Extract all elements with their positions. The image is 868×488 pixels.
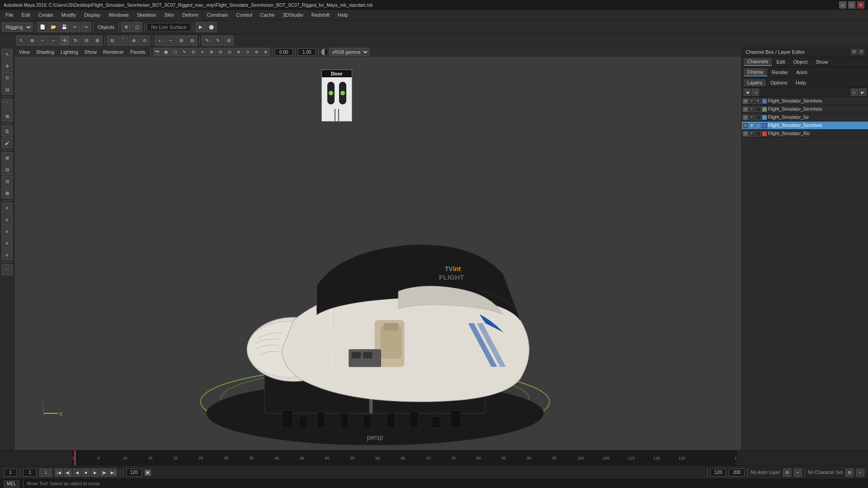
tab-edit[interactable]: Edit xyxy=(773,58,788,66)
menu-skin[interactable]: Skin xyxy=(161,11,178,19)
go-end-btn[interactable]: ▶| xyxy=(109,469,117,477)
curve-sidebar[interactable]: ⌒ xyxy=(2,99,13,110)
anim-settings-btn[interactable]: ⚙ xyxy=(783,469,791,477)
attr3-sidebar[interactable]: ≡ xyxy=(2,226,13,237)
layer-sidebar[interactable]: ☰ xyxy=(2,126,13,136)
layer-p-2[interactable]: P xyxy=(749,115,755,120)
menu-constrain[interactable]: Constrain xyxy=(203,11,231,19)
tool4[interactable]: ⊟ xyxy=(187,36,197,46)
menu-create[interactable]: Create xyxy=(35,11,57,19)
step-fwd-btn[interactable]: |▶ xyxy=(100,469,108,477)
paint-weights2[interactable]: ✎ xyxy=(213,36,223,46)
select-sidebar[interactable]: ↖ xyxy=(2,49,13,60)
end-frame3-input[interactable]: 200 xyxy=(729,469,745,477)
minus-icon[interactable]: ∽ xyxy=(165,36,175,46)
paint-weights[interactable]: ✎ xyxy=(202,36,212,46)
vp-btn5[interactable]: ⊟ xyxy=(217,48,225,56)
layer-row-2[interactable]: V P Flight_Simulator_Se xyxy=(742,113,868,122)
save-scene-button[interactable]: 💾 xyxy=(59,22,69,32)
gamma-select[interactable]: sRGB gamma xyxy=(329,48,369,56)
film-btn[interactable]: ▣ xyxy=(162,48,170,56)
layer-p-3[interactable]: P xyxy=(749,123,755,128)
vp-btn8[interactable]: ⊙ xyxy=(244,48,252,56)
mirror-weights[interactable]: ⊟ xyxy=(224,36,234,46)
panels-menu[interactable]: Panels xyxy=(127,48,148,56)
layer-vis-1[interactable]: V xyxy=(743,107,748,112)
menu-windows[interactable]: Windows xyxy=(105,11,132,19)
lighting-menu[interactable]: Lighting xyxy=(58,48,81,56)
layer-vis-2[interactable]: V xyxy=(743,115,748,120)
paint-tool[interactable]: ⌐ xyxy=(49,36,59,46)
menu-cache[interactable]: Cache xyxy=(257,11,278,19)
scale-tool[interactable]: ⊟ xyxy=(81,36,91,46)
layer-p-0[interactable]: P xyxy=(749,99,755,104)
char-btn2[interactable]: + xyxy=(856,469,864,477)
layer-p-1[interactable]: P xyxy=(749,107,755,112)
menu-redshift[interactable]: Redshift xyxy=(308,11,333,19)
render-region[interactable]: ▢ xyxy=(171,48,179,56)
layer-r-0[interactable]: R xyxy=(755,99,761,104)
rotate-sidebar[interactable]: ↻ xyxy=(2,72,13,83)
menu-skeleton[interactable]: Skeleton xyxy=(133,11,160,19)
attr4-sidebar[interactable]: ≡ xyxy=(2,238,13,249)
grid2-sidebar[interactable]: ⊟ xyxy=(2,164,13,175)
camera-btn[interactable]: 📷 xyxy=(153,48,161,56)
tab-layers[interactable]: Layers xyxy=(744,79,766,86)
tab-channels[interactable]: Channels xyxy=(744,58,772,66)
renderer-menu[interactable]: Renderer xyxy=(100,48,127,56)
start-frame-input[interactable]: 1 xyxy=(23,469,37,477)
tab-anim[interactable]: Anim xyxy=(793,69,811,76)
go-start-btn[interactable]: |◀ xyxy=(55,469,63,477)
scale-sidebar[interactable]: ⊟ xyxy=(2,84,13,95)
snap-surface[interactable]: ⊙ xyxy=(140,36,150,46)
vp-btn7[interactable]: ⊕ xyxy=(235,48,243,56)
tab-object[interactable]: Object xyxy=(789,58,811,66)
tab-render[interactable]: Render xyxy=(768,69,792,76)
panel-float-btn[interactable]: ⊟ xyxy=(851,49,857,55)
layer-r-2[interactable] xyxy=(755,115,761,120)
view-menu[interactable]: View xyxy=(16,48,33,56)
open-scene-button[interactable]: 📂 xyxy=(48,22,58,32)
layer-row-1[interactable]: V P Flight_Simulator_Sennheis xyxy=(742,105,868,113)
mode-select[interactable]: Rigging xyxy=(2,23,33,32)
layer-row-3[interactable]: V P Flight_Simulator_Sennheis xyxy=(742,122,868,130)
menu-3dstudio[interactable]: 3DStudio xyxy=(279,11,307,19)
play-back-btn[interactable]: ◀ xyxy=(73,469,81,477)
layer-vis-3[interactable]: V xyxy=(743,123,748,128)
vp-btn2[interactable]: ⊟ xyxy=(189,48,198,56)
layer-r-4[interactable] xyxy=(755,131,761,136)
snap-grid[interactable]: ⊟ xyxy=(107,36,117,46)
layer-p-4[interactable]: P xyxy=(749,131,755,136)
attr2-sidebar[interactable]: ≡ xyxy=(2,214,13,225)
layer-r-3[interactable] xyxy=(755,123,761,128)
minimize-button[interactable]: — xyxy=(839,1,846,9)
step-back-btn[interactable]: ◀| xyxy=(64,469,72,477)
layer-prev-btn[interactable]: ◀ xyxy=(744,89,751,96)
rotate-tool[interactable]: ↻ xyxy=(71,36,80,46)
timeline-ruler[interactable]: 1 5 10 15 20 25 30 35 40 45 50 55 60 65 … xyxy=(0,450,868,465)
undo-button[interactable]: ↩ xyxy=(70,22,80,32)
misc-sidebar[interactable]: ⋯ xyxy=(2,264,13,275)
snap-curve[interactable]: ⌒ xyxy=(118,36,128,46)
render-btn[interactable]: ▶ xyxy=(196,22,206,32)
close-button[interactable]: ✕ xyxy=(857,1,864,9)
layer-r-1[interactable] xyxy=(755,107,761,112)
menu-control[interactable]: Control xyxy=(232,11,255,19)
paint-sidebar[interactable]: 🖌 xyxy=(2,137,13,148)
current-frame-input[interactable]: 1 xyxy=(4,469,17,477)
new-scene-button[interactable]: 📄 xyxy=(38,22,47,32)
layer-row-0[interactable]: V P R Flight_Simulator_Sennheis xyxy=(742,97,868,105)
panel-close-btn[interactable]: ✕ xyxy=(858,49,864,55)
mesh-sidebar[interactable]: ⊞ xyxy=(2,111,13,122)
snap2-button[interactable]: ◫ xyxy=(132,22,142,32)
show-menu[interactable]: Show xyxy=(82,48,100,56)
transform-tool[interactable]: ⊞ xyxy=(92,36,102,46)
grid3-sidebar[interactable]: ⊟ xyxy=(2,176,13,187)
snap-point[interactable]: ⊕ xyxy=(129,36,139,46)
grid-sidebar[interactable]: ⊞ xyxy=(2,152,13,163)
mel-tab[interactable]: MEL xyxy=(4,480,19,488)
gamma-icon[interactable] xyxy=(321,48,328,56)
tab-options[interactable]: Options xyxy=(767,79,791,86)
layer-next-btn[interactable]: ▶ xyxy=(859,89,866,96)
vp-btn10[interactable]: ⊛ xyxy=(262,48,270,56)
